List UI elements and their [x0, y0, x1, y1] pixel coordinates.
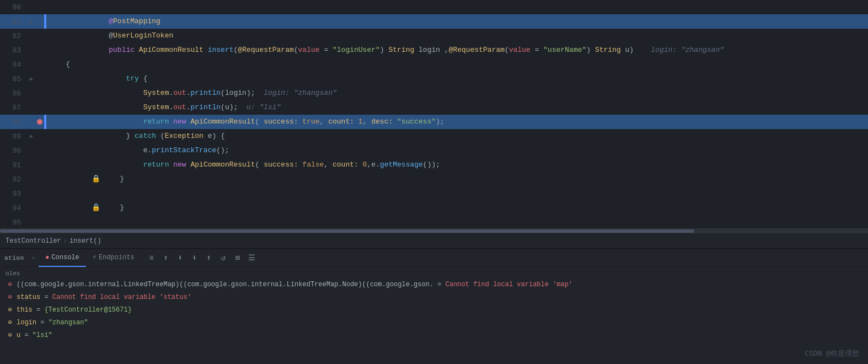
- line-num-82: 82: [0, 32, 28, 40]
- debug-entry-map: ⊖ ((com.google.gson.internal.LinkedTreeM…: [6, 279, 862, 290]
- code-line-95: 95: [0, 215, 868, 228]
- code-container: 80 81 ▶ @PostMapping 82: [0, 0, 868, 228]
- line-num-90: 90: [0, 147, 28, 155]
- panel-toolbar: ≡ ⬆ ⬇ ⬇ ⬆ ↺ ⊞ ☰: [146, 252, 258, 264]
- toolbar-btn-grid[interactable]: ⊞: [232, 252, 244, 264]
- bottom-panel: ation × ● Console ⚡ Endpoints ≡ ⬆ ⬇ ⬇ ⬆ …: [0, 248, 868, 364]
- debug-text-this: this = {TestController@15671}: [17, 304, 132, 315]
- debug-entry-status: ⊖ status = Cannot find local variable 's…: [6, 292, 862, 303]
- line-num-94: 94: [0, 204, 28, 212]
- breadcrumb-sep: ›: [63, 237, 67, 245]
- tab-endpoints-label: Endpoints: [99, 254, 135, 261]
- code-lines: 80 81 ▶ @PostMapping 82: [0, 0, 868, 228]
- fold-85[interactable]: ▶: [28, 76, 35, 82]
- breadcrumb-bar: TestController › insert(): [0, 233, 868, 248]
- debug-text-u: u = "lsi": [17, 330, 52, 341]
- line-num-83: 83: [0, 46, 28, 55]
- warn-icon-u: ⊖: [6, 330, 14, 341]
- debug-text-map: ((com.google.gson.internal.LinkedTreeMap…: [17, 279, 572, 290]
- toolbar-btn-list[interactable]: ☰: [246, 252, 258, 264]
- debug-entry-u: ⊖ u = "lsi": [6, 330, 862, 341]
- line-num-86: 86: [0, 89, 28, 98]
- line-num-91: 91: [0, 161, 28, 169]
- bp-88[interactable]: [35, 119, 44, 125]
- error-icon-map: ⊖: [6, 279, 14, 290]
- breadcrumb-controller[interactable]: TestController: [6, 237, 61, 245]
- tab-console-label: Console: [51, 254, 79, 261]
- code-line-92: 92 🔒 }: [0, 172, 868, 186]
- line-num-92: 92: [0, 175, 28, 184]
- line-num-87: 87: [0, 104, 28, 112]
- toolbar-btn-down[interactable]: ⬇: [174, 252, 186, 264]
- watermark: CSDN @你是理想: [805, 349, 859, 358]
- toolbar-btn-up2[interactable]: ⬆: [203, 252, 215, 264]
- debug-entry-login: ⊖ login = "zhangsan": [6, 317, 862, 328]
- debug-text-status: status = Cannot find local variable 'sta…: [17, 292, 191, 303]
- scrollbar-track[interactable]: [0, 229, 868, 233]
- scrollbar-thumb[interactable]: [0, 229, 694, 233]
- panel-tabs: ation × ● Console ⚡ Endpoints ≡ ⬆ ⬇ ⬇ ⬆ …: [0, 249, 868, 267]
- line-num-85: 85: [0, 75, 28, 83]
- line-num-84: 84: [0, 61, 28, 69]
- toolbar-btn-menu[interactable]: ≡: [146, 252, 158, 264]
- line-num-88: 88: [0, 118, 28, 126]
- breadcrumb-method[interactable]: insert(): [69, 237, 101, 245]
- warn-icon-this: ⊖: [6, 304, 14, 315]
- indicator-95: [44, 215, 46, 228]
- debug-text-login: login = "zhangsan": [17, 317, 88, 328]
- error-icon-status: ⊖: [6, 292, 14, 303]
- code-line-94: 94 🔒 }: [0, 201, 868, 215]
- toolbar-btn-up[interactable]: ⬆: [160, 252, 172, 264]
- line-num-93: 93: [0, 190, 28, 198]
- panel-content: oles ⊖ ((com.google.gson.internal.Linked…: [0, 267, 868, 364]
- fold-89[interactable]: ▶: [28, 133, 35, 140]
- fold-81[interactable]: ▶: [28, 18, 35, 25]
- toolbar-btn-down2[interactable]: ⬇: [189, 252, 201, 264]
- code-line-83: 83 public ApiCommonResult insert(@Reques…: [0, 43, 868, 57]
- warn-icon-login: ⊖: [6, 317, 14, 328]
- panel-section-title: oles: [6, 270, 862, 277]
- tab-console[interactable]: ● Console: [39, 249, 86, 267]
- toolbar-btn-refresh[interactable]: ↺: [217, 252, 229, 264]
- debug-entry-this: ⊖ this = {TestController@15671}: [6, 304, 862, 315]
- panel-label[interactable]: ation: [0, 255, 29, 261]
- line-num-81: 81: [0, 18, 28, 26]
- line-num-80: 80: [0, 3, 28, 12]
- editor-area: 80 81 ▶ @PostMapping 82: [0, 0, 868, 248]
- line-num-95: 95: [0, 218, 28, 227]
- tab-endpoints[interactable]: ⚡ Endpoints: [86, 249, 141, 267]
- line-num-89: 89: [0, 132, 28, 141]
- editor-scrollbar[interactable]: [0, 228, 868, 233]
